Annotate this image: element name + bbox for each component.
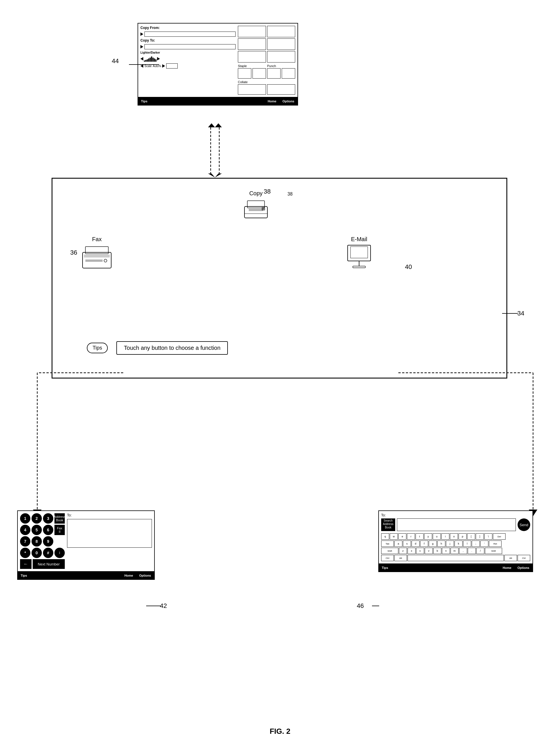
staple-btn-1[interactable] xyxy=(238,68,251,79)
key-4[interactable]: 4 xyxy=(20,525,31,535)
key-m[interactable]: m xyxy=(451,548,459,554)
key-r[interactable]: r xyxy=(407,533,415,540)
punch-btn-1[interactable] xyxy=(267,68,281,79)
fax-home-btn[interactable]: Home xyxy=(121,572,136,579)
key-x[interactable]: x xyxy=(407,548,416,554)
key-del[interactable]: Del xyxy=(493,533,505,540)
key-0[interactable]: 0 xyxy=(32,548,42,558)
copy-from-arrow xyxy=(140,33,143,36)
key-ctrl[interactable]: Ctrl xyxy=(381,555,394,561)
key-lbracket[interactable]: [ xyxy=(467,533,475,540)
copy-home-btn[interactable]: Home xyxy=(265,97,280,105)
label-46-line xyxy=(372,605,381,606)
key-h[interactable]: h xyxy=(437,541,445,547)
fax-tips-btn[interactable]: Tips xyxy=(18,572,30,579)
key-z[interactable]: z xyxy=(399,548,407,554)
copy-panel-footer: Tips Home Options xyxy=(138,97,298,105)
key-q[interactable]: q xyxy=(381,533,389,540)
search-address-book-btn[interactable]: SearchAddressBook xyxy=(381,518,395,531)
fax-device: Fax xyxy=(81,236,113,271)
punch-btn-2[interactable] xyxy=(282,68,295,79)
key-w[interactable]: w xyxy=(390,533,398,540)
key-i[interactable]: i xyxy=(55,548,65,558)
key-hash[interactable]: # xyxy=(43,548,53,558)
key-p[interactable]: p xyxy=(459,533,466,540)
key-alt[interactable]: Alt xyxy=(394,555,407,561)
copy-btn-5[interactable] xyxy=(238,51,266,62)
key-s[interactable]: s xyxy=(403,541,411,547)
email-tips-btn[interactable]: Tips xyxy=(379,564,391,572)
collate-btn-1[interactable] xyxy=(238,84,266,95)
copy-btn-1[interactable] xyxy=(238,26,266,37)
key-rbracket[interactable]: ] xyxy=(476,533,484,540)
key-f[interactable]: f xyxy=(420,541,428,547)
fax-panel-footer: Tips Home Options xyxy=(18,571,154,579)
copy-btn-3[interactable] xyxy=(238,38,266,50)
fax-ii-btn[interactable]: FaxII xyxy=(55,525,65,535)
email-options-btn[interactable]: Options xyxy=(515,564,533,572)
key-quote[interactable]: ' xyxy=(480,541,488,547)
key-6[interactable]: 6 xyxy=(43,525,53,535)
staple-btn-2[interactable] xyxy=(253,68,266,79)
key-l[interactable]: l xyxy=(463,541,471,547)
key-7[interactable]: 7 xyxy=(20,536,31,546)
key-period[interactable]: . xyxy=(468,548,476,554)
main-tips-btn[interactable]: Tips xyxy=(87,343,108,353)
copy-from-input[interactable] xyxy=(144,32,236,37)
copy-btn-4[interactable] xyxy=(267,38,295,50)
key-2[interactable]: 2 xyxy=(32,513,42,524)
key-slash[interactable]: / xyxy=(476,548,484,554)
key-5[interactable]: 5 xyxy=(32,525,42,535)
key-e[interactable]: e xyxy=(398,533,406,540)
key-star[interactable]: * xyxy=(20,548,31,558)
email-to-input[interactable] xyxy=(397,518,516,531)
key-tab[interactable]: Tab xyxy=(381,541,394,547)
copy-tips-btn[interactable]: Tips xyxy=(138,97,151,105)
copy-to-input[interactable] xyxy=(144,44,236,49)
key-y[interactable]: y xyxy=(424,533,432,540)
collate-btn-2[interactable] xyxy=(267,84,295,95)
key-d[interactable]: d xyxy=(412,541,420,547)
key-shift-l[interactable]: Shift xyxy=(381,548,398,554)
key-enter[interactable]: Ret xyxy=(489,541,502,547)
fax-options-btn[interactable]: Options xyxy=(136,572,154,579)
key-9[interactable]: 9 xyxy=(43,536,53,546)
fax-device-icon xyxy=(81,244,113,270)
instruction-box: Touch any button to choose a function xyxy=(116,341,228,355)
lighter-btn[interactable] xyxy=(140,57,143,60)
address-book-btn[interactable]: AddressBook xyxy=(55,513,65,524)
key-c[interactable]: c xyxy=(416,548,424,554)
key-3[interactable]: 3 xyxy=(43,513,53,524)
copy-btn-6[interactable] xyxy=(267,51,295,62)
fax-back-btn[interactable]: ← xyxy=(20,559,32,569)
key-shift-r[interactable]: Shift xyxy=(485,548,502,554)
copy-options-btn[interactable]: Options xyxy=(279,97,298,105)
key-n[interactable]: n xyxy=(442,548,450,554)
key-8[interactable]: 8 xyxy=(32,536,42,546)
key-u[interactable]: u xyxy=(433,533,441,540)
key-o[interactable]: o xyxy=(450,533,458,540)
key-i[interactable]: i xyxy=(441,533,449,540)
key-j[interactable]: j xyxy=(446,541,454,547)
send-btn[interactable]: Send xyxy=(518,518,530,531)
darker-btn[interactable] xyxy=(157,57,160,60)
fax-to-box[interactable] xyxy=(67,519,152,548)
key-t[interactable]: t xyxy=(416,533,424,540)
key-space[interactable] xyxy=(407,555,504,561)
key-k[interactable]: k xyxy=(455,541,463,547)
key-g[interactable]: g xyxy=(429,541,437,547)
copy-btn-2[interactable] xyxy=(267,26,295,37)
key-semi[interactable]: ; xyxy=(472,541,480,547)
fax-next-number-btn[interactable]: Next Number xyxy=(33,559,65,569)
email-home-btn[interactable]: Home xyxy=(500,564,515,572)
key-backslash[interactable]: \ xyxy=(484,533,492,540)
label-44: 44 xyxy=(112,57,119,65)
key-a[interactable]: a xyxy=(394,541,402,547)
key-b[interactable]: b xyxy=(433,548,441,554)
key-1[interactable]: 1 xyxy=(20,513,31,524)
key-alt-r[interactable]: Alt xyxy=(504,555,517,561)
key-comma[interactable]: , xyxy=(459,548,467,554)
key-v[interactable]: v xyxy=(425,548,433,554)
key-ctrl-r[interactable]: Ctrl xyxy=(518,555,530,561)
label-36: 36 xyxy=(70,249,77,256)
